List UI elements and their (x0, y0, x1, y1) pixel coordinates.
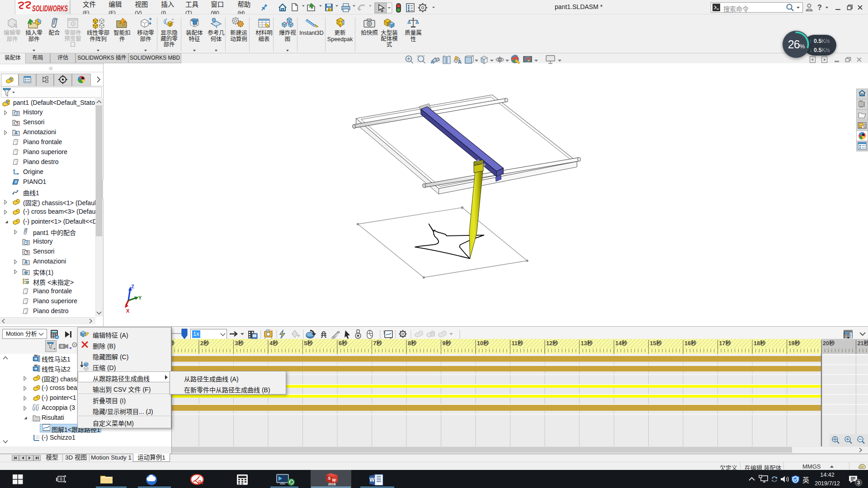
svg-text:SOLIDWORKS: SOLIDWORKS (32, 4, 68, 13)
svg-text:5秒: 5秒 (304, 340, 313, 347)
svg-text:X: X (126, 308, 130, 314)
svg-text:A: A (458, 59, 462, 65)
svg-text:7秒: 7秒 (373, 340, 382, 347)
svg-text:!: ! (340, 23, 341, 28)
svg-text:13秒: 13秒 (581, 340, 593, 347)
svg-text:11秒: 11秒 (512, 340, 524, 347)
svg-text:A: A (24, 260, 28, 265)
svg-text:W: W (369, 477, 375, 483)
svg-text:9秒: 9秒 (443, 340, 452, 347)
svg-text:14秒: 14秒 (615, 340, 627, 347)
svg-text:15秒: 15秒 (650, 340, 662, 347)
svg-text:17秒: 17秒 (719, 340, 731, 347)
svg-text:2秒: 2秒 (200, 340, 209, 347)
svg-text:3秒: 3秒 (235, 340, 244, 347)
svg-text:6秒: 6秒 (339, 340, 348, 347)
svg-text:2018: 2018 (328, 482, 336, 486)
svg-text:A: A (14, 131, 18, 136)
svg-text:Y: Y (138, 295, 142, 300)
svg-text:18秒: 18秒 (754, 340, 766, 347)
svg-text:8秒: 8秒 (408, 340, 417, 347)
svg-text:16秒: 16秒 (684, 340, 697, 347)
svg-text:4秒: 4秒 (269, 340, 278, 347)
svg-text:12秒: 12秒 (546, 340, 558, 347)
svg-text:20秒: 20秒 (823, 340, 835, 347)
svg-text:10秒: 10秒 (477, 340, 489, 347)
svg-text:21秒: 21秒 (858, 340, 868, 347)
svg-text:3: 3 (857, 480, 860, 485)
svg-text:1秒: 1秒 (171, 340, 175, 347)
svg-text:?: ? (817, 4, 822, 11)
svg-text:19秒: 19秒 (788, 340, 801, 347)
svg-text:Z: Z (131, 284, 134, 289)
svg-text:!: ! (328, 8, 330, 12)
